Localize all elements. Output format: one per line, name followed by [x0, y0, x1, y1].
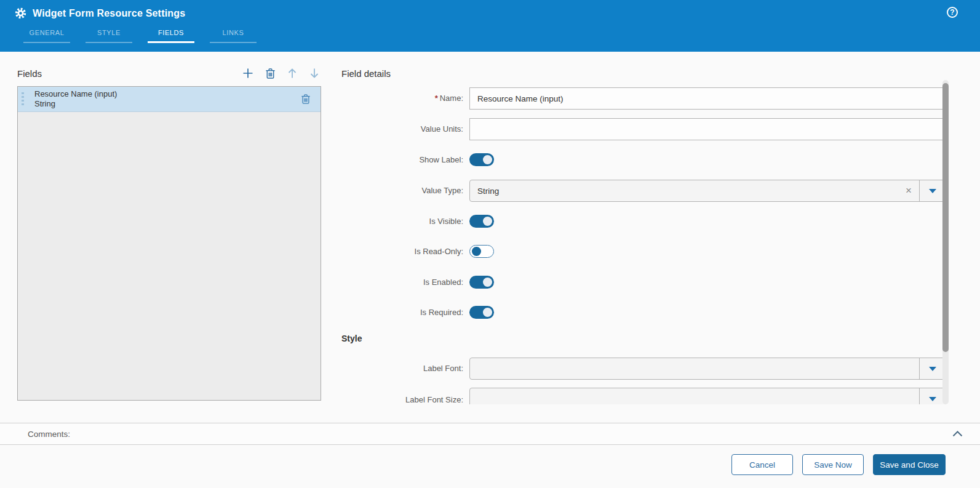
field-details-form: *Name: Value Units: Show Label: Value Ty… [341, 80, 946, 404]
is-required-toggle[interactable] [469, 306, 494, 319]
arrow-down-icon [309, 67, 320, 79]
plus-icon [242, 67, 254, 79]
label-font-dropdown[interactable] [469, 358, 946, 380]
is-read-only-toggle[interactable] [469, 245, 494, 258]
value-type-value: String [470, 180, 898, 201]
is-enabled-label: Is Enabled: [341, 278, 463, 287]
chevron-up-icon [952, 431, 963, 437]
value-type-label: Value Type: [341, 186, 463, 195]
chevron-down-icon [929, 397, 936, 401]
dropdown-arrow-button[interactable] [919, 388, 945, 404]
is-read-only-label: Is Read-Only: [341, 247, 463, 256]
dialog-footer: Cancel Save Now Save and Close [0, 445, 980, 488]
label-font-label: Label Font: [341, 364, 463, 373]
fields-panel-header: Fields [17, 64, 321, 82]
tab-links[interactable]: LINKS [210, 29, 257, 43]
dropdown-arrow-button[interactable] [919, 358, 945, 379]
style-section-title: Style [341, 334, 362, 343]
field-item-type: String [34, 99, 117, 109]
arrow-up-icon [287, 67, 298, 79]
show-label-label: Show Label: [341, 155, 463, 164]
name-label: *Name: [341, 94, 463, 103]
field-list-item[interactable]: Resource Name (input) String [18, 87, 321, 112]
tab-general[interactable]: GENERAL [23, 29, 70, 43]
tab-bar: GENERAL STYLE FIELDS LINKS [23, 29, 257, 43]
dropdown-arrow-button[interactable] [919, 180, 945, 201]
move-field-up-button[interactable] [285, 66, 299, 80]
gear-icon [15, 7, 26, 19]
move-field-down-button[interactable] [308, 66, 321, 80]
label-font-size-value [470, 388, 919, 404]
collapse-comments-button[interactable] [952, 431, 963, 437]
dialog-header: Widget Form Resource Settings ? GENERAL … [0, 0, 980, 52]
name-input[interactable] [469, 87, 946, 110]
is-enabled-toggle[interactable] [469, 276, 494, 289]
is-visible-label: Is Visible: [341, 217, 463, 226]
value-units-input[interactable] [469, 118, 946, 140]
footer-buttons: Cancel Save Now Save and Close [731, 454, 946, 475]
value-type-dropdown[interactable]: String × [469, 180, 946, 202]
is-required-label: Is Required: [341, 308, 463, 317]
trash-icon [265, 68, 276, 79]
required-marker: * [435, 94, 438, 103]
show-label-toggle[interactable] [469, 153, 494, 166]
dialog-title: Widget Form Resource Settings [33, 8, 185, 19]
add-field-button[interactable] [241, 66, 255, 80]
drag-handle-icon[interactable] [22, 92, 24, 106]
save-and-close-button[interactable]: Save and Close [873, 454, 946, 475]
widget-settings-dialog: Widget Form Resource Settings ? GENERAL … [0, 0, 980, 488]
field-item-text: Resource Name (input) String [34, 89, 117, 109]
tab-style[interactable]: STYLE [86, 29, 132, 43]
tab-fields[interactable]: FIELDS [148, 29, 194, 43]
trash-icon [301, 94, 311, 105]
help-icon[interactable]: ? [947, 7, 958, 18]
is-visible-toggle[interactable] [469, 215, 494, 228]
delete-item-button[interactable] [301, 94, 311, 105]
label-font-size-label: Label Font Size: [341, 395, 463, 404]
clear-icon[interactable]: × [898, 180, 919, 201]
label-font-size-dropdown[interactable] [469, 388, 946, 404]
comments-label: Comments: [28, 430, 70, 439]
delete-field-button[interactable] [263, 66, 277, 80]
scrollbar-thumb[interactable] [942, 83, 949, 352]
fields-list: Resource Name (input) String [17, 86, 321, 401]
chevron-down-icon [929, 367, 936, 371]
scrollbar-track[interactable] [942, 80, 949, 404]
comments-bar: Comments: [0, 423, 980, 445]
cancel-button[interactable]: Cancel [731, 454, 793, 475]
fields-panel-title: Fields [17, 68, 42, 79]
chevron-down-icon [929, 189, 936, 193]
title-row: Widget Form Resource Settings [15, 7, 185, 19]
fields-toolbar [241, 66, 321, 80]
field-item-name: Resource Name (input) [34, 89, 117, 99]
value-units-label: Value Units: [341, 124, 463, 134]
label-font-value [470, 358, 919, 379]
save-now-button[interactable]: Save Now [802, 454, 864, 475]
